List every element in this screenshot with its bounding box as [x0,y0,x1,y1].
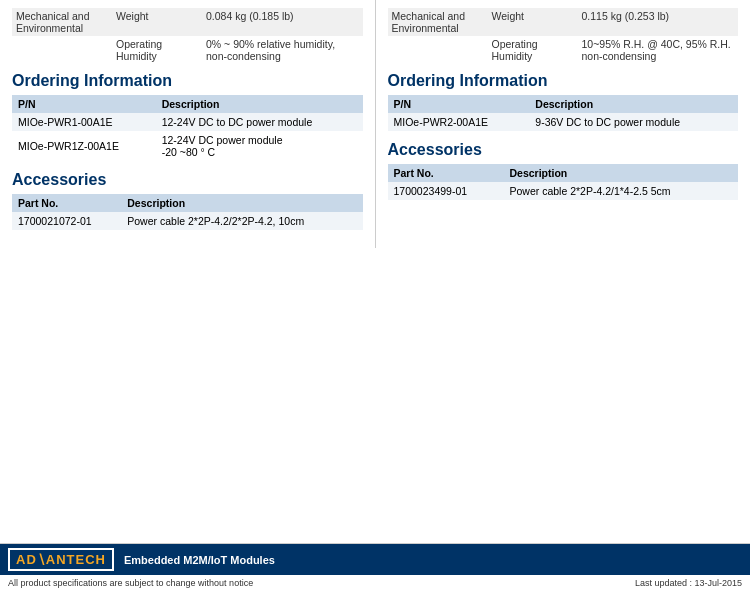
ordering-pn-1: MIOe-PWR1-00A1E [12,113,156,131]
mech-cat-2 [12,36,112,64]
footer-logo: AD∖ANTECH [8,548,114,571]
left-ordering-col-pn: P/N [12,95,156,113]
logo-van: ∖ [37,552,46,567]
right-accessories-title: Accessories [388,141,739,159]
right-ordering-col-pn: P/N [388,95,530,113]
ordering-desc-1: 12-24V DC to DC power module [156,113,363,131]
logo-advan: AD [16,552,37,567]
right-mech-val-2: 10~95% R.H. @ 40C, 95% R.H. non-condensi… [578,36,739,64]
table-row: MIOe-PWR2-00A1E 9-36V DC to DC power mod… [388,113,739,131]
footer-note: All product specifications are subject t… [0,575,750,591]
right-ordering-desc-1: 9-36V DC to DC power module [529,113,738,131]
left-acc-col-part: Part No. [12,194,121,212]
ordering-pn-2: MIOe-PWR1Z-00A1E [12,131,156,161]
left-column: Mechanical andEnvironmental Weight 0.084… [0,0,375,248]
footer-bar: AD∖ANTECH Embedded M2M/IoT Modules [0,544,750,575]
footer-note-left: All product specifications are subject t… [8,578,253,588]
right-accessories-table: Part No. Description 1700023499-01 Power… [388,164,739,200]
left-acc-col-desc: Description [121,194,362,212]
main-content: Mechanical andEnvironmental Weight 0.084… [0,0,750,248]
right-ordering-pn-1: MIOe-PWR2-00A1E [388,113,530,131]
ordering-desc-2: 12-24V DC power module-20 ~80 ° C [156,131,363,161]
right-acc-col-part: Part No. [388,164,504,182]
right-ordering-title: Ordering Information [388,72,739,90]
right-column: Mechanical andEnvironmental Weight 0.115… [376,0,751,248]
footer-tagline: Embedded M2M/IoT Modules [124,554,275,566]
right-ordering-col-desc: Description [529,95,738,113]
left-mech-table: Mechanical andEnvironmental Weight 0.084… [12,8,363,64]
right-ordering-table: P/N Description MIOe-PWR2-00A1E 9-36V DC… [388,95,739,131]
right-acc-desc-1: Power cable 2*2P-4.2/1*4-2.5 5cm [503,182,738,200]
right-mech-val-1: 0.115 kg (0.253 lb) [578,8,739,36]
right-mech-table: Mechanical andEnvironmental Weight 0.115… [388,8,739,64]
right-acc-col-desc: Description [503,164,738,182]
table-row: MIOe-PWR1Z-00A1E 12-24V DC power module-… [12,131,363,161]
table-row: 1700023499-01 Power cable 2*2P-4.2/1*4-2… [388,182,739,200]
table-row: MIOe-PWR1-00A1E 12-24V DC to DC power mo… [12,113,363,131]
left-accessories-title: Accessories [12,171,363,189]
mech-label-2: Operating Humidity [112,36,202,64]
left-accessories-table: Part No. Description 1700021072-01 Power… [12,194,363,230]
table-row: 1700021072-01 Power cable 2*2P-4.2/2*2P-… [12,212,363,230]
right-mech-cat-1: Mechanical andEnvironmental [388,8,488,36]
right-mech-cat-2 [388,36,488,64]
left-ordering-title: Ordering Information [12,72,363,90]
mech-val-1: 0.084 kg (0.185 lb) [202,8,363,36]
mech-val-2: 0% ~ 90% relative humidity, non-condensi… [202,36,363,64]
right-mech-label-2: Operating Humidity [488,36,578,64]
right-acc-part-1: 1700023499-01 [388,182,504,200]
footer-note-right: Last updated : 13-Jul-2015 [635,578,742,588]
logo-tech: ANTECH [46,552,106,567]
right-mech-label-1: Weight [488,8,578,36]
left-ordering-table: P/N Description MIOe-PWR1-00A1E 12-24V D… [12,95,363,161]
mech-label-1: Weight [112,8,202,36]
footer: AD∖ANTECH Embedded M2M/IoT Modules All p… [0,543,750,591]
acc-desc-1: Power cable 2*2P-4.2/2*2P-4.2, 10cm [121,212,362,230]
left-ordering-col-desc: Description [156,95,363,113]
mech-cat-1: Mechanical andEnvironmental [12,8,112,36]
acc-part-1: 1700021072-01 [12,212,121,230]
